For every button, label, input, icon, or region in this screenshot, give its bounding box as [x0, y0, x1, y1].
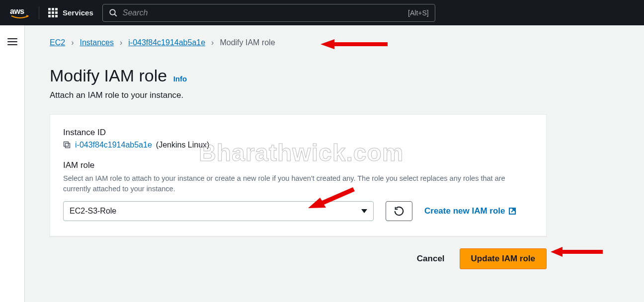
- instance-id-link[interactable]: i-043f84c1914ab5a1e: [75, 141, 152, 150]
- svg-point-1: [110, 9, 115, 15]
- iam-role-help-text: Select an IAM role to attach to your ins…: [63, 173, 530, 194]
- svg-rect-3: [66, 144, 70, 148]
- page-header: Modify IAM role Info Attach an IAM role …: [50, 66, 624, 100]
- search-input[interactable]: [123, 8, 403, 17]
- top-nav: aws Services [Alt+S]: [0, 0, 644, 25]
- iam-role-selected-value: EC2-S3-Role: [70, 207, 116, 216]
- breadcrumb-link-instance-id[interactable]: i-043f84c1914ab5a1e: [128, 38, 205, 47]
- refresh-icon: [394, 206, 404, 217]
- grid-icon: [48, 8, 58, 17]
- breadcrumb-current: Modify IAM role: [220, 38, 275, 47]
- instance-id-label: Instance ID: [63, 128, 533, 138]
- update-iam-role-button[interactable]: Update IAM role: [460, 248, 547, 269]
- refresh-button[interactable]: [386, 201, 412, 221]
- chevron-right-icon: ›: [211, 38, 214, 47]
- services-label: Services: [63, 8, 93, 17]
- page-title: Modify IAM role: [50, 66, 167, 85]
- search-icon: [109, 8, 118, 17]
- create-iam-role-link[interactable]: Create new IAM role: [424, 206, 516, 216]
- info-link[interactable]: Info: [173, 75, 187, 83]
- copy-icon[interactable]: [63, 141, 71, 149]
- breadcrumb-link-ec2[interactable]: EC2: [50, 38, 65, 47]
- svg-line-2: [114, 14, 117, 16]
- main-content: EC2 › Instances › i-043f84c1914ab5a1e › …: [25, 25, 644, 302]
- create-iam-role-label: Create new IAM role: [424, 206, 505, 216]
- services-menu-button[interactable]: Services: [48, 8, 93, 17]
- breadcrumb: EC2 › Instances › i-043f84c1914ab5a1e › …: [50, 38, 624, 47]
- breadcrumb-link-instances[interactable]: Instances: [80, 38, 113, 47]
- search-shortcut: [Alt+S]: [408, 9, 429, 17]
- svg-rect-4: [64, 142, 69, 147]
- iam-role-controls: EC2-S3-Role Create new IAM role: [63, 201, 533, 221]
- chevron-right-icon: ›: [71, 38, 74, 47]
- instance-name: (Jenkins Linux): [156, 141, 210, 150]
- iam-role-label: IAM role: [63, 160, 533, 170]
- chevron-down-icon: [361, 209, 367, 213]
- iam-role-select[interactable]: EC2-S3-Role: [63, 201, 374, 221]
- iam-role-panel: Instance ID i-043f84c1914ab5a1e (Jenkins…: [50, 114, 547, 236]
- global-search[interactable]: [Alt+S]: [102, 4, 435, 22]
- side-panel-handle: [0, 25, 25, 302]
- hamburger-icon[interactable]: [7, 38, 17, 45]
- external-link-icon: [508, 207, 516, 215]
- svg-text:aws: aws: [10, 7, 24, 15]
- page-subtitle: Attach an IAM role to your instance.: [50, 90, 624, 100]
- nav-divider: [39, 6, 39, 19]
- instance-id-row: i-043f84c1914ab5a1e (Jenkins Linux): [63, 141, 533, 150]
- aws-logo[interactable]: aws: [10, 7, 30, 19]
- chevron-right-icon: ›: [120, 38, 122, 47]
- form-footer: Cancel Update IAM role: [50, 248, 547, 269]
- cancel-button[interactable]: Cancel: [414, 249, 448, 269]
